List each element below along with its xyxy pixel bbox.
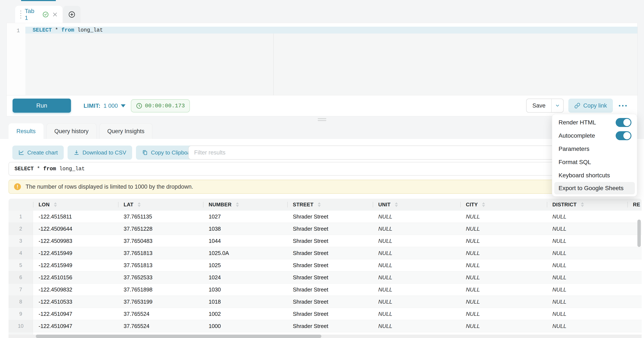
autocomplete-toggle[interactable] [616, 131, 632, 140]
table-cell[interactable]: 37.7653199 [118, 296, 203, 308]
table-cell[interactable] [628, 308, 642, 320]
table-cell[interactable]: NULL [460, 284, 547, 295]
download-csv-button[interactable]: Download to CSV [68, 145, 132, 160]
column-header-lon[interactable]: LON [33, 199, 118, 211]
table-cell[interactable]: 1025.0A [203, 247, 287, 259]
table-cell[interactable]: 37.7651228 [118, 223, 203, 235]
table-cell[interactable]: 1024 [203, 271, 287, 283]
table-cell[interactable] [628, 320, 642, 332]
table-cell[interactable]: 37.7651135 [118, 211, 203, 223]
table-cell[interactable]: 37.7650483 [118, 235, 203, 247]
menu-item-parameters[interactable]: Parameters [552, 142, 637, 155]
table-cell[interactable]: 1038 [203, 223, 287, 235]
table-cell[interactable]: NULL [460, 223, 547, 235]
table-cell[interactable]: Shrader Street [287, 259, 373, 271]
horizontal-scrollbar-thumb[interactable] [36, 334, 321, 338]
table-cell[interactable] [628, 271, 642, 283]
table-cell[interactable]: -122.4509644 [33, 223, 118, 235]
table-cell[interactable]: -122.4515949 [33, 247, 118, 259]
table-cell[interactable]: NULL [547, 284, 628, 295]
table-cell[interactable]: NULL [547, 223, 628, 235]
table-cell[interactable]: NULL [547, 271, 628, 283]
table-cell[interactable]: NULL [547, 308, 628, 320]
tab-results[interactable]: Results [8, 123, 44, 139]
table-cell[interactable] [628, 247, 642, 259]
sort-icon[interactable] [482, 202, 485, 207]
table-cell[interactable]: NULL [373, 308, 460, 320]
table-cell[interactable]: 1002 [203, 308, 287, 320]
table-cell[interactable]: -122.4509832 [33, 284, 118, 295]
table-cell[interactable]: Shrader Street [287, 296, 373, 308]
table-cell[interactable]: NULL [460, 308, 547, 320]
table-cell[interactable]: 37.7651813 [118, 259, 203, 271]
save-button[interactable]: Save [526, 99, 551, 112]
table-cell[interactable]: NULL [547, 320, 628, 332]
table-cell[interactable]: 37.765524 [118, 320, 203, 332]
table-cell[interactable]: -122.4510533 [33, 296, 118, 308]
menu-item-keyboard-shortcuts[interactable]: Keyboard shortcuts [552, 169, 637, 182]
table-cell[interactable]: -122.4515811 [33, 211, 118, 223]
table-cell[interactable]: -122.4515949 [33, 259, 118, 271]
table-cell[interactable]: NULL [547, 211, 628, 223]
table-cell[interactable]: NULL [460, 235, 547, 247]
table-cell[interactable] [628, 296, 642, 308]
menu-item-format-sql[interactable]: Format SQL [552, 155, 637, 169]
table-cell[interactable]: Shrader Street [287, 211, 373, 223]
horizontal-scrollbar[interactable] [8, 334, 642, 338]
sort-icon[interactable] [581, 202, 584, 207]
new-tab-button[interactable] [63, 6, 80, 23]
tab-query-history[interactable]: Query history [46, 123, 96, 139]
editor-active-line[interactable]: SELECT * from long_lat [25, 27, 638, 34]
table-cell[interactable]: NULL [547, 235, 628, 247]
column-header-unit[interactable]: UNIT [373, 199, 460, 211]
table-cell[interactable] [628, 284, 642, 295]
render-html-toggle[interactable] [616, 118, 632, 127]
save-options-button[interactable] [551, 99, 563, 112]
sort-icon[interactable] [236, 202, 239, 207]
table-cell[interactable]: NULL [460, 271, 547, 283]
table-cell[interactable]: Shrader Street [287, 320, 373, 332]
table-cell[interactable]: Shrader Street [287, 235, 373, 247]
table-cell[interactable]: NULL [373, 320, 460, 332]
sql-editor[interactable]: 1 SELECT * from long_lat [6, 23, 638, 96]
table-cell[interactable]: NULL [373, 271, 460, 283]
table-cell[interactable]: 37.7651898 [118, 284, 203, 295]
column-header-district[interactable]: DISTRICT [547, 199, 628, 211]
table-cell[interactable]: 37.7651813 [118, 247, 203, 259]
table-cell[interactable]: -122.4510947 [33, 320, 118, 332]
table-cell[interactable]: 1044 [203, 235, 287, 247]
table-cell[interactable]: Shrader Street [287, 308, 373, 320]
sort-icon[interactable] [395, 202, 398, 207]
query-tab-active[interactable]: Tab 1 [15, 6, 62, 23]
menu-item-autocomplete[interactable]: Autocomplete [552, 129, 637, 142]
table-cell[interactable] [628, 259, 642, 271]
vertical-scrollbar-thumb[interactable] [638, 220, 641, 247]
table-cell[interactable]: 37.7652533 [118, 271, 203, 283]
table-cell[interactable]: Shrader Street [287, 223, 373, 235]
table-cell[interactable]: NULL [373, 235, 460, 247]
table-cell[interactable]: NULL [547, 296, 628, 308]
table-cell[interactable]: 1030 [203, 284, 287, 295]
pane-resize-handle[interactable] [316, 118, 328, 122]
table-cell[interactable]: NULL [460, 320, 547, 332]
table-cell[interactable]: NULL [460, 247, 547, 259]
table-cell[interactable]: Shrader Street [287, 284, 373, 295]
table-cell[interactable]: 1025 [203, 259, 287, 271]
sort-icon[interactable] [318, 202, 321, 207]
table-cell[interactable]: 1000 [203, 320, 287, 332]
table-cell[interactable]: 1018 [203, 296, 287, 308]
table-cell[interactable]: Shrader Street [287, 247, 373, 259]
create-chart-button[interactable]: Create chart [12, 145, 64, 160]
limit-dropdown[interactable]: LIMIT: 1 000 [84, 95, 126, 116]
table-cell[interactable]: NULL [373, 211, 460, 223]
table-cell[interactable]: NULL [547, 259, 628, 271]
table-cell[interactable]: -122.4510947 [33, 308, 118, 320]
table-cell[interactable]: 1027 [203, 211, 287, 223]
menu-item-render-html[interactable]: Render HTML [552, 116, 637, 129]
more-options-button[interactable] [618, 103, 628, 109]
table-cell[interactable]: NULL [373, 223, 460, 235]
table-cell[interactable]: Shrader Street [287, 271, 373, 283]
column-header-city[interactable]: CITY [460, 199, 547, 211]
table-cell[interactable]: -122.4509983 [33, 235, 118, 247]
table-cell[interactable]: NULL [460, 296, 547, 308]
